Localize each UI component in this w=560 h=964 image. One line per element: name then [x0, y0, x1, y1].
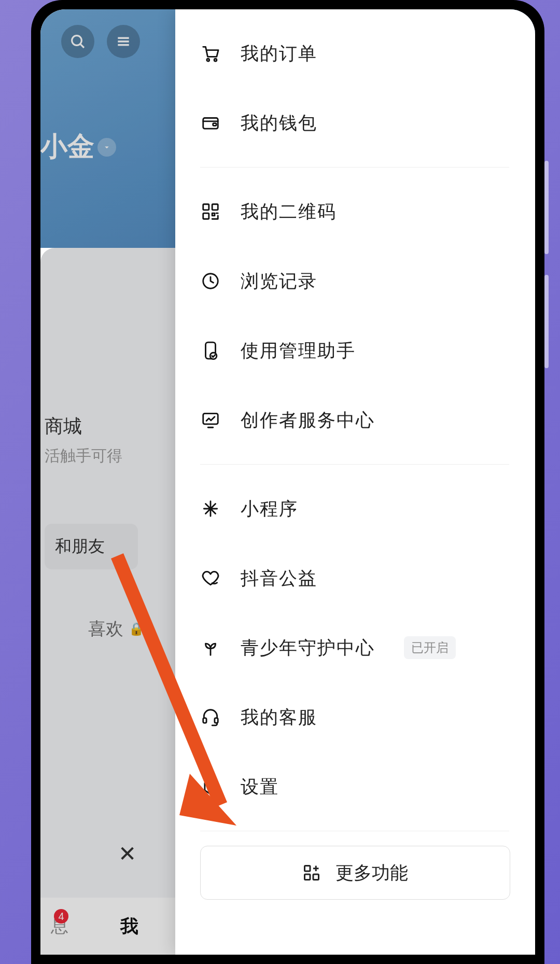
hamburger-icon [115, 33, 132, 50]
qr-icon [200, 201, 221, 222]
sprout-icon [200, 637, 221, 658]
menu-item-settings[interactable]: 设置 [200, 752, 535, 821]
menu-label: 创作者服务中心 [241, 408, 375, 432]
divider [200, 464, 509, 465]
menu-item-qrcode[interactable]: 我的二维码 [200, 177, 535, 246]
menu-label: 我的订单 [241, 41, 317, 66]
lock-icon: 🔒 [129, 622, 144, 636]
menu-label: 我的钱包 [241, 111, 317, 135]
likes-label: 喜欢 [88, 617, 123, 641]
profile-dropdown[interactable] [97, 138, 116, 157]
menu-item-creator[interactable]: 创作者服务中心 [200, 385, 535, 455]
svg-rect-16 [203, 718, 206, 723]
menu-item-usage[interactable]: 使用管理助手 [200, 316, 535, 385]
svg-point-18 [208, 785, 213, 789]
profile-username: 小金 [40, 129, 94, 165]
menu-item-history[interactable]: 浏览记录 [200, 246, 535, 316]
menu-label: 浏览记录 [241, 269, 317, 294]
divider [200, 167, 509, 167]
menu-item-support[interactable]: 我的客服 [200, 682, 535, 752]
search-icon [69, 33, 86, 50]
svg-rect-19 [305, 866, 311, 872]
cart-icon [200, 43, 221, 64]
svg-point-0 [72, 36, 82, 46]
menu-badge: 已开启 [404, 636, 456, 659]
hexgear-icon [200, 776, 221, 797]
nav-me[interactable]: 我 [120, 914, 138, 939]
phone-side-button [544, 161, 549, 254]
search-button[interactable] [61, 25, 94, 58]
chevron-down-icon [102, 143, 111, 152]
svg-rect-21 [313, 874, 319, 880]
spark-icon [200, 498, 221, 519]
menu-item-wallet[interactable]: 我的钱包 [200, 88, 535, 158]
menu-button[interactable] [107, 25, 140, 58]
phone-check-icon [200, 340, 221, 361]
grid-plus-icon [302, 863, 321, 882]
svg-rect-8 [213, 123, 216, 126]
svg-rect-17 [215, 718, 218, 723]
svg-point-5 [207, 59, 209, 61]
menu-label: 小程序 [241, 497, 298, 521]
wallet-icon [200, 113, 221, 133]
heart-icon [200, 568, 221, 589]
more-functions-button[interactable]: 更多功能 [200, 846, 510, 900]
menu-label: 我的二维码 [241, 200, 337, 224]
menu-item-orders[interactable]: 我的订单 [200, 19, 535, 88]
svg-rect-11 [203, 213, 209, 219]
phone-side-button [544, 275, 549, 368]
svg-rect-9 [203, 204, 209, 210]
menu-label: 抖音公益 [241, 566, 317, 591]
likes-tab[interactable]: 喜欢 🔒 [88, 617, 144, 641]
svg-point-6 [214, 59, 217, 61]
svg-rect-20 [305, 874, 311, 880]
menu-label: 青少年守护中心 [241, 636, 375, 660]
headset-icon [200, 707, 221, 728]
divider [200, 831, 509, 831]
side-drawer: 我的订单 我的钱包 我的二维码 浏览记录 使用管理助手 创作者服务中心 小程序 [175, 9, 535, 955]
nav-messages[interactable]: 息 4 [51, 914, 68, 938]
svg-rect-15 [203, 413, 218, 424]
svg-line-1 [80, 44, 84, 48]
phone-frame: 小金 商城 活触手可得 和朋友 喜欢 🔒 可以获 ✕ [31, 0, 544, 964]
menu-label: 我的客服 [241, 705, 317, 730]
menu-label: 使用管理助手 [241, 339, 356, 363]
menu-item-charity[interactable]: 抖音公益 [200, 543, 535, 613]
menu-item-mini[interactable]: 小程序 [200, 474, 535, 543]
svg-rect-10 [212, 204, 218, 210]
more-label: 更多功能 [335, 861, 408, 885]
close-button[interactable]: ✕ [118, 841, 136, 867]
menu-label: 设置 [241, 775, 279, 799]
menu-item-teen[interactable]: 青少年守护中心 已开启 [200, 613, 535, 682]
friends-tab[interactable]: 和朋友 [45, 524, 138, 569]
chart-icon [200, 410, 221, 430]
phone-screen: 小金 商城 活触手可得 和朋友 喜欢 🔒 可以获 ✕ [40, 9, 535, 955]
clock-icon [200, 271, 221, 291]
badge: 4 [54, 909, 68, 924]
